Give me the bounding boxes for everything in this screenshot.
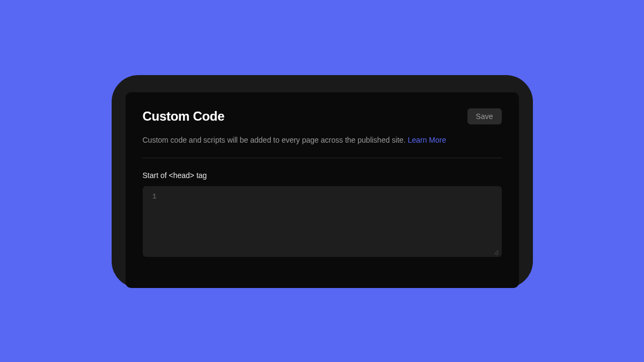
divider — [143, 158, 502, 158]
save-button[interactable]: Save — [467, 108, 502, 124]
panel-inner: Custom Code Save Custom code and scripts… — [126, 92, 519, 288]
line-number-gutter: 1 — [150, 193, 161, 250]
line-number: 1 — [152, 193, 157, 201]
head-code-editor[interactable]: 1 — [143, 186, 502, 257]
custom-code-panel: Custom Code Save Custom code and scripts… — [112, 75, 533, 288]
header-row: Custom Code Save — [143, 108, 502, 124]
resize-handle-icon[interactable] — [493, 248, 500, 255]
panel-description: Custom code and scripts will be added to… — [143, 135, 502, 146]
learn-more-link[interactable]: Learn More — [408, 136, 447, 144]
description-text: Custom code and scripts will be added to… — [143, 136, 408, 144]
head-code-input[interactable] — [161, 193, 494, 250]
panel-title: Custom Code — [143, 109, 225, 124]
head-section-label: Start of <head> tag — [143, 171, 502, 180]
